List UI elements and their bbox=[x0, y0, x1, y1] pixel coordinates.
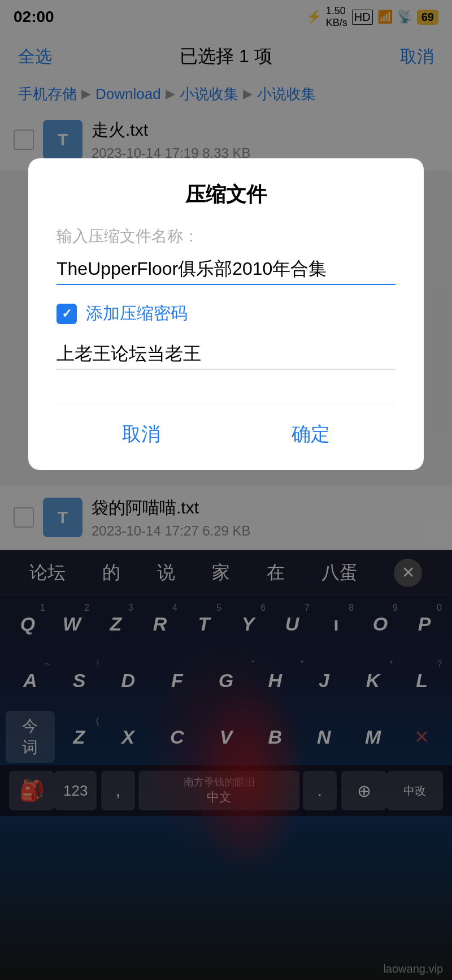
compress-dialog: 压缩文件 输入压缩文件名称： ✓ 添加压缩密码 取消 确定 bbox=[28, 158, 424, 470]
dialog-overlay bbox=[0, 0, 452, 980]
check-icon: ✓ bbox=[62, 306, 72, 321]
dialog-cancel-button[interactable]: 取消 bbox=[99, 416, 183, 453]
dialog-buttons: 取消 确定 bbox=[56, 404, 395, 453]
add-password-checkbox[interactable]: ✓ bbox=[56, 304, 77, 324]
dialog-title: 压缩文件 bbox=[56, 181, 395, 209]
password-input[interactable] bbox=[56, 339, 395, 370]
add-password-label: 添加压缩密码 bbox=[86, 302, 188, 325]
filename-input[interactable] bbox=[56, 254, 395, 285]
dialog-input-label: 输入压缩文件名称： bbox=[56, 226, 395, 247]
dialog-confirm-button[interactable]: 确定 bbox=[269, 416, 353, 453]
add-password-row[interactable]: ✓ 添加压缩密码 bbox=[56, 302, 395, 325]
